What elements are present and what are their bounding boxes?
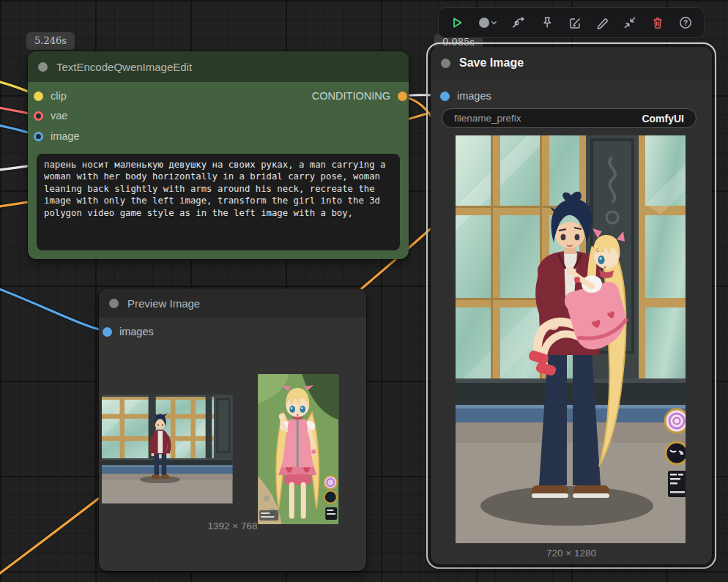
- preview-image-right: [233, 374, 364, 524]
- images-port-icon[interactable]: [440, 92, 450, 101]
- node-save-image[interactable]: Save Image images filename_prefix ComfyU…: [431, 47, 712, 564]
- pencil-icon: [595, 15, 609, 30]
- help-icon: ?: [678, 15, 693, 30]
- help-button[interactable]: ?: [678, 14, 693, 31]
- filename-prefix-widget[interactable]: filename_prefix ComfyUI: [442, 108, 697, 128]
- spline-link-button[interactable]: [510, 14, 527, 31]
- node-textencodeqwenimageedit[interactable]: TextEncodeQwenImageEdit clip vae image C…: [28, 51, 409, 259]
- saved-image[interactable]: [456, 135, 686, 543]
- node-preview-image[interactable]: Preview Image images: [99, 288, 366, 571]
- node-title: TextEncodeQwenImageEdit: [56, 61, 192, 73]
- collapse-icon: [623, 15, 637, 30]
- node-title: Preview Image: [127, 297, 200, 310]
- widget-label: filename_prefix: [454, 113, 521, 124]
- trash-icon: [650, 15, 665, 30]
- node-title: Save Image: [459, 56, 524, 70]
- preview-image-left: [102, 374, 233, 524]
- queue-mode-icon: [478, 15, 497, 30]
- run-button[interactable]: [450, 14, 464, 31]
- node-header[interactable]: Preview Image: [99, 288, 366, 318]
- input-slot-image[interactable]: image: [34, 129, 80, 143]
- conditioning-port-icon[interactable]: [398, 92, 407, 101]
- collapse-dot[interactable]: [441, 59, 450, 68]
- widget-value: ComfyUI: [642, 113, 684, 124]
- exec-time-badge-textencode: 5.246s: [26, 32, 75, 50]
- node-header[interactable]: TextEncodeQwenImageEdit: [28, 51, 409, 82]
- collapse-button[interactable]: [623, 14, 637, 31]
- image-dimensions-caption: 1392 × 768: [99, 521, 366, 531]
- svg-text:?: ?: [683, 19, 688, 27]
- node-header[interactable]: Save Image: [431, 47, 712, 79]
- input-slot-clip[interactable]: clip: [34, 89, 67, 103]
- pin-icon: [540, 15, 554, 30]
- vae-port-icon[interactable]: [34, 111, 43, 121]
- saved-image-art: [456, 135, 686, 543]
- clip-port-icon[interactable]: [34, 92, 43, 101]
- images-port-icon[interactable]: [103, 327, 112, 337]
- edit-box-button[interactable]: [568, 14, 582, 31]
- wire-images-preview: [0, 287, 108, 332]
- input-slot-vae[interactable]: vae: [34, 108, 67, 123]
- image-port-icon[interactable]: [34, 132, 43, 141]
- queue-mode-button[interactable]: [478, 14, 497, 31]
- graph-toolbar: ?: [438, 7, 705, 38]
- output-slot-conditioning[interactable]: CONDITIONING: [312, 89, 407, 103]
- prompt-textarea[interactable]: парень носит маленькую девушку на своих …: [37, 154, 400, 250]
- run-icon: [450, 15, 464, 30]
- edit-box-icon: [568, 15, 582, 30]
- preview-image-strip[interactable]: [102, 374, 363, 524]
- pin-button[interactable]: [540, 14, 554, 31]
- image-dimensions-caption: 720 × 1280: [431, 548, 712, 559]
- input-slot-images[interactable]: images: [440, 89, 491, 103]
- input-slot-images[interactable]: images: [103, 324, 154, 339]
- pencil-button[interactable]: [595, 14, 609, 31]
- delete-button[interactable]: [650, 14, 665, 31]
- spline-icon: [510, 15, 527, 30]
- collapse-dot[interactable]: [109, 299, 119, 308]
- collapse-dot[interactable]: [38, 62, 48, 72]
